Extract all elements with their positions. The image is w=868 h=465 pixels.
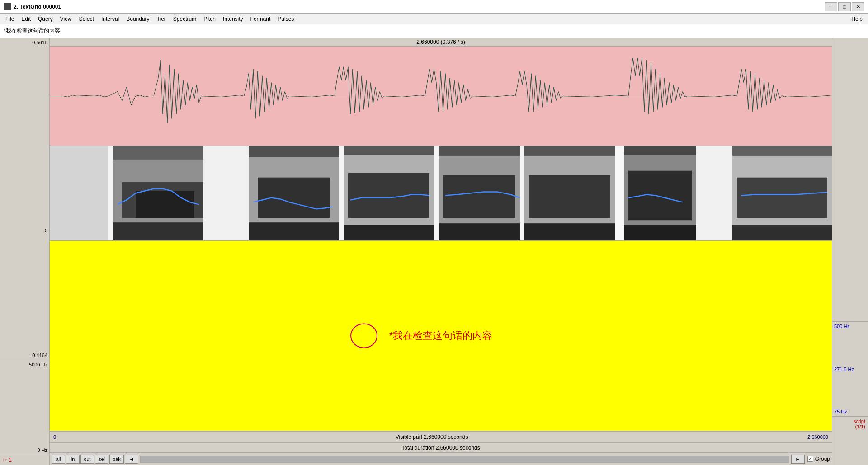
main-content: 0.5618 0 -0.4164 5000 Hz 0 Hz ☞ 1 2.6600… xyxy=(0,38,868,465)
script-sub: (1/1) xyxy=(854,424,865,429)
menu-select[interactable]: Select xyxy=(75,15,98,23)
svg-rect-2 xyxy=(50,146,108,240)
svg-rect-29 xyxy=(615,146,624,240)
menu-query[interactable]: Query xyxy=(34,15,57,23)
menu-tier[interactable]: Tier xyxy=(153,15,170,23)
right-waveform-space xyxy=(832,38,868,322)
total-duration-text: Total duration 2.660000 seconds xyxy=(401,445,480,451)
svg-rect-36 xyxy=(737,178,827,218)
right-bottom-space xyxy=(832,431,868,465)
group-checkbox[interactable]: ✓ xyxy=(807,456,813,462)
svg-rect-27 xyxy=(524,146,615,156)
svg-rect-8 xyxy=(113,222,203,240)
title-bar: 2. TextGrid 000001 ─ □ ✕ xyxy=(0,0,868,14)
close-button[interactable]: ✕ xyxy=(852,2,864,11)
svg-rect-24 xyxy=(520,146,524,240)
amplitude-zero-label: 0 xyxy=(2,228,47,233)
svg-rect-13 xyxy=(249,222,339,240)
svg-rect-23 xyxy=(439,223,520,240)
right-panel: 500 Hz 271.5 Hz 75 Hz script (1/1) xyxy=(832,38,868,465)
info-bar: *我在检查这句话的内容 xyxy=(0,24,868,38)
scrollbar-thumb xyxy=(141,456,789,462)
menu-bar: File Edit Query View Select Interval Bou… xyxy=(0,14,868,24)
svg-rect-26 xyxy=(529,175,610,218)
left-panel: 0.5618 0 -0.4164 5000 Hz 0 Hz ☞ 1 xyxy=(0,38,50,465)
svg-rect-21 xyxy=(443,175,515,218)
window-title: 2. TextGrid 000001 xyxy=(14,4,61,10)
scroll-right-button[interactable]: ► xyxy=(791,455,805,464)
svg-rect-9 xyxy=(203,146,249,240)
in-button[interactable]: in xyxy=(66,455,80,464)
freq-top-label: 5000 Hz xyxy=(2,362,47,367)
svg-rect-38 xyxy=(732,225,832,240)
app-icon xyxy=(4,3,11,10)
time-display: 2.660000 (0.376 / s) xyxy=(50,38,832,47)
svg-rect-12 xyxy=(249,146,339,157)
scroll-left-button[interactable]: ◄ xyxy=(125,455,138,464)
svg-rect-17 xyxy=(344,146,434,155)
menu-intensity[interactable]: Intensity xyxy=(219,15,247,23)
svg-rect-18 xyxy=(344,225,434,240)
menu-help[interactable]: Help xyxy=(848,15,866,23)
restore-button[interactable]: □ xyxy=(838,2,851,11)
right-freq-mid: 271.5 Hz xyxy=(834,366,866,372)
amplitude-top-label: 0.5618 xyxy=(2,40,47,45)
right-freq-bottom: 75 Hz xyxy=(834,409,866,414)
center-content: 2.660000 (0.376 / s) xyxy=(50,38,832,465)
menu-formant[interactable]: Formant xyxy=(247,15,274,23)
sel-button[interactable]: sel xyxy=(95,455,108,464)
tier-index-label: ☞ 1 xyxy=(3,457,12,463)
menu-boundary[interactable]: Boundary xyxy=(123,15,153,23)
freq-bottom-label: 0 Hz xyxy=(2,447,47,453)
bak-button[interactable]: bak xyxy=(109,455,124,464)
svg-rect-31 xyxy=(628,171,692,220)
amplitude-bottom-label: -0.4164 xyxy=(2,352,47,358)
bottom-controls: all in out sel bak ◄ ► ✓ Group xyxy=(50,452,832,465)
bottom-time-bar: 0 Visible part 2.660000 seconds 2.660000 xyxy=(50,431,832,442)
svg-rect-19 xyxy=(434,146,439,240)
menu-pitch[interactable]: Pitch xyxy=(200,15,219,23)
time-end: 2.660000 xyxy=(807,434,828,440)
svg-rect-14 xyxy=(339,146,344,240)
menu-edit[interactable]: Edit xyxy=(18,15,34,23)
script-label: script xyxy=(854,418,865,424)
tier-arrow: ☞ xyxy=(3,457,8,463)
waveform-area[interactable] xyxy=(50,47,832,146)
tier-number: 1 xyxy=(9,457,12,463)
window-controls: ─ □ ✕ xyxy=(825,2,864,11)
menu-pulses[interactable]: Pulses xyxy=(274,15,297,23)
svg-rect-28 xyxy=(524,223,615,240)
all-button[interactable]: all xyxy=(52,455,65,464)
svg-rect-6 xyxy=(136,191,194,218)
svg-rect-34 xyxy=(696,146,732,240)
left-waveform-labels: 0.5618 0 -0.4164 xyxy=(0,38,49,360)
group-label: Group xyxy=(815,456,830,462)
right-tier-label: script (1/1) xyxy=(832,417,868,431)
scrollbar[interactable] xyxy=(140,456,789,463)
svg-rect-7 xyxy=(113,146,203,160)
svg-rect-33 xyxy=(624,225,696,240)
tier-area[interactable]: *我在检查这句话的内容 xyxy=(50,241,832,431)
left-tier-label: ☞ 1 xyxy=(0,455,49,465)
svg-rect-16 xyxy=(348,173,429,218)
info-text: *我在检查这句话的内容 xyxy=(4,27,60,35)
menu-file[interactable]: File xyxy=(2,15,18,23)
spectrogram-area[interactable] xyxy=(50,146,832,241)
svg-rect-37 xyxy=(732,146,832,156)
out-button[interactable]: out xyxy=(80,455,94,464)
waveform-svg xyxy=(50,47,832,146)
svg-rect-11 xyxy=(258,178,330,218)
menu-interval[interactable]: Interval xyxy=(98,15,123,23)
visible-duration: Visible part 2.660000 seconds xyxy=(56,434,807,440)
tier-text[interactable]: *我在检查这句话的内容 xyxy=(389,329,493,343)
svg-rect-32 xyxy=(624,146,696,155)
spectrogram-svg xyxy=(50,146,832,240)
svg-rect-3 xyxy=(108,146,113,240)
minimize-button[interactable]: ─ xyxy=(825,2,837,11)
time-value: 2.660000 (0.376 / s) xyxy=(416,39,465,45)
right-spectrogram-labels: 500 Hz 271.5 Hz 75 Hz xyxy=(832,322,868,417)
selection-circle xyxy=(350,324,377,348)
left-spectrogram-labels: 5000 Hz 0 Hz xyxy=(0,360,49,455)
menu-spectrum[interactable]: Spectrum xyxy=(170,15,200,23)
menu-view[interactable]: View xyxy=(57,15,75,23)
